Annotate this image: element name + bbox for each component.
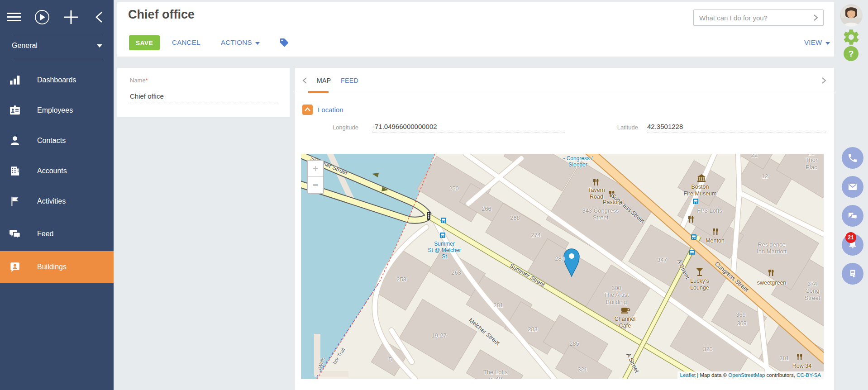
zoom-in-button[interactable]: + — [308, 161, 323, 177]
sidebar-item-label: Feed — [37, 230, 53, 238]
divider — [11, 59, 102, 59]
notification-badge: 21 — [845, 232, 856, 243]
zoom-out-button[interactable]: − — [308, 177, 323, 193]
sidebar-item-label: Activities — [37, 197, 66, 205]
flag-icon — [9, 195, 21, 207]
business-process-button[interactable] — [842, 263, 863, 285]
latitude-field[interactable]: 42.3501228 — [647, 123, 826, 133]
bar-chart-icon — [9, 74, 21, 86]
chevron-right-icon[interactable] — [811, 14, 820, 22]
run-process-icon[interactable] — [34, 10, 50, 25]
map-view[interactable]: Summer StreetSummer StreetMelcher Street… — [301, 154, 824, 379]
map-zoom-control: + − — [307, 160, 324, 194]
command-line — [693, 10, 824, 26]
traffic-signal-icon — [427, 212, 430, 220]
chevron-down-icon — [825, 42, 830, 45]
building-icon — [9, 165, 21, 177]
record-header: Chief office SAVE CANCEL ACTIONS VIEW — [117, 2, 834, 57]
longitude-field[interactable]: -71.04966000000002 — [372, 123, 565, 133]
chevron-down-icon — [97, 44, 102, 48]
notifications-button[interactable]: 21 — [842, 234, 863, 256]
record-detail-panel: MAP FEED Location Longitude -71.04966000… — [295, 68, 834, 390]
chat-button[interactable] — [842, 205, 863, 227]
view-label: VIEW — [804, 38, 822, 46]
page-title: Chief office — [128, 8, 195, 22]
sidebar-item-label: Contacts — [37, 137, 66, 145]
collapse-section-icon[interactable] — [302, 105, 313, 115]
divider — [11, 35, 102, 35]
sidebar-item-activities[interactable]: Activities — [0, 189, 114, 214]
map-attribution: Leaflet | Map data © OpenStreetMap contr… — [677, 371, 824, 379]
tab-map[interactable]: MAP — [317, 77, 331, 84]
workspace-label: General — [12, 42, 38, 49]
sidebar-item-buildings[interactable]: Buildings — [0, 251, 114, 283]
avatar[interactable] — [840, 4, 863, 27]
email-button[interactable] — [842, 176, 863, 198]
sidebar-item-feed[interactable]: Feed — [0, 221, 114, 247]
chevron-down-icon — [255, 42, 260, 45]
save-button[interactable]: SAVE — [129, 35, 160, 50]
tabs-scroll-right-icon[interactable] — [820, 77, 827, 84]
tabs-scroll-left-icon[interactable] — [301, 77, 309, 84]
sidebar-item-label: Buildings — [37, 263, 67, 271]
sidebar-item-employees[interactable]: Employees — [0, 98, 114, 123]
tag-icon[interactable] — [279, 37, 290, 48]
longitude-label: Longitude — [299, 124, 358, 131]
person-icon — [9, 135, 21, 147]
location-section-title[interactable]: Location — [318, 106, 343, 114]
view-button[interactable]: VIEW — [804, 38, 830, 46]
gear-icon[interactable] — [842, 28, 860, 46]
name-field-label: Name* — [130, 77, 148, 84]
workspace-selector[interactable]: General — [12, 42, 102, 50]
leaflet-link[interactable]: Leaflet — [680, 372, 696, 378]
map-canvas — [301, 154, 824, 379]
collapse-sidebar-icon[interactable] — [92, 10, 107, 25]
license-link[interactable]: CC-BY-SA — [796, 372, 821, 378]
sidebar-item-label: Dashboards — [37, 76, 76, 84]
attribution-text: contributors, — [765, 372, 796, 378]
osm-link[interactable]: OpenStreetMap — [728, 372, 765, 378]
buildings-layer — [371, 154, 824, 379]
sidebar-item-dashboards[interactable]: Dashboards — [0, 67, 114, 93]
id-card-icon — [9, 105, 21, 116]
sidebar-item-label: Employees — [37, 106, 73, 114]
person-bubble-icon — [9, 261, 21, 273]
sidebar-item-accounts[interactable]: Accounts — [0, 158, 114, 184]
add-icon[interactable] — [63, 10, 79, 25]
sidebar-item-contacts[interactable]: Contacts — [0, 128, 114, 153]
right-rail: ? 21 — [834, 0, 868, 390]
calls-button[interactable] — [842, 147, 863, 169]
record-fields-panel: Name* Chief office — [117, 68, 290, 117]
required-asterisk: * — [146, 77, 148, 84]
cancel-button[interactable]: CANCEL — [172, 38, 200, 46]
tab-feed[interactable]: FEED — [341, 77, 358, 84]
menu-icon[interactable] — [6, 10, 22, 25]
actions-label: ACTIONS — [221, 38, 252, 46]
attribution-text: | Map data © — [696, 372, 728, 378]
sidebar-item-label: Accounts — [37, 167, 67, 175]
active-tab-underline — [308, 91, 329, 93]
help-icon[interactable]: ? — [844, 46, 858, 61]
sidebar: General Dashboards Employees Contacts Ac… — [0, 0, 114, 390]
latitude-label: Latitude — [588, 124, 638, 131]
search-input[interactable] — [699, 10, 808, 25]
actions-button[interactable]: ACTIONS — [221, 38, 260, 46]
name-field[interactable]: Chief office — [130, 92, 277, 103]
tab-bar: MAP FEED — [295, 68, 834, 93]
chat-icon — [9, 228, 21, 240]
